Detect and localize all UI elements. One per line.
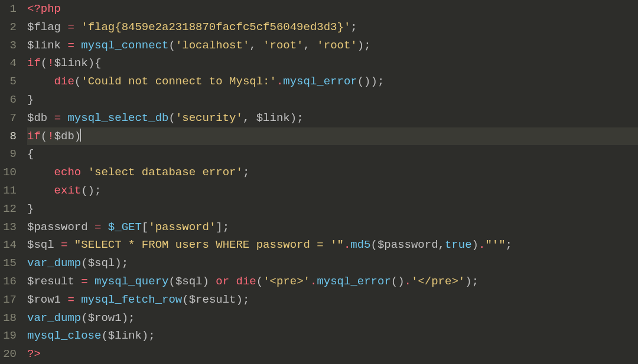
code-token [61,39,67,52]
code-token: , [249,39,263,52]
code-line[interactable]: { [27,145,638,163]
code-token: { [27,147,34,160]
code-token: ?> [27,347,41,360]
code-token: '<pre>' [263,275,310,288]
code-line[interactable]: var_dump($row1); [27,309,638,327]
code-token: die [236,275,256,288]
code-token: md5 [350,238,370,251]
code-token: 'root' [317,39,357,52]
code-token: ( [74,75,81,88]
code-token: ( [371,238,377,251]
code-token: 'select database error' [88,166,243,179]
line-number-gutter: 1234567891011121314151617181920 [0,0,21,364]
code-token: ); [357,39,371,52]
line-number: 3 [0,37,17,55]
line-number: 8 [0,127,17,146]
code-token: = [67,21,74,34]
code-token: $flag [27,21,61,34]
code-token: $db [27,112,47,124]
code-token: var_dump [27,311,81,324]
code-line[interactable]: die('Could not connect to Mysql:'.mysql_… [27,73,638,91]
code-token: $password [377,238,438,251]
code-line[interactable]: } [27,200,638,218]
code-line[interactable]: $sql = "SELECT * FROM users WHERE passwo… [27,236,638,254]
code-line[interactable]: $password = $_GET['password']; [27,218,638,237]
code-token: mysql_connect [81,39,168,52]
code-token: $link [54,57,88,70]
code-token: ()); [357,75,385,88]
code-token: ( [168,39,175,52]
code-token: . [405,275,411,288]
line-number: 13 [0,218,17,237]
code-token: ){ [88,57,102,70]
code-editor-area[interactable]: <?php$flag = 'flag{8459e2a2318870facfc5c… [21,0,638,364]
code-token: mysql_error [283,75,357,88]
code-token: 'Could not connect to Mysql:' [81,75,276,88]
code-token [88,275,95,288]
code-token: ( [101,329,108,342]
code-token: . [310,275,317,288]
code-token: ) [202,275,216,288]
code-token: , [438,238,445,251]
code-token: exit [54,184,82,197]
line-number: 9 [0,145,17,163]
code-line[interactable]: ?> [27,345,638,363]
code-token: $link [27,39,61,52]
code-line[interactable]: if(!$link){ [27,54,638,73]
code-token: ); [122,311,135,324]
code-line[interactable]: mysql_close($link); [27,327,638,345]
code-token: = [67,39,74,52]
code-token: if [27,57,41,70]
text-cursor [80,129,81,142]
code-line[interactable]: } [27,91,638,109]
code-token: , [304,39,317,52]
code-token: . [344,238,350,251]
code-token: true [445,238,472,251]
code-token: 'security' [175,112,243,124]
code-line[interactable]: $result = mysql_query($sql) or die('<pre… [27,273,638,291]
code-token: ( [41,130,47,143]
code-token: or [216,275,229,288]
code-token: [ [142,221,148,234]
code-token: (); [81,184,101,197]
code-token: ; [506,238,512,251]
code-token: = [67,293,74,306]
code-line[interactable]: $row1 = mysql_fetch_row($result); [27,291,638,309]
line-number: 2 [0,18,17,37]
code-line[interactable]: $flag = 'flag{8459e2a2318870facfc5cf5604… [27,18,638,37]
code-token: ! [47,130,54,143]
code-token: mysql_error [317,275,390,288]
code-token [81,166,87,179]
code-token: $link [256,112,290,124]
code-token: if [27,130,41,143]
code-line[interactable]: echo 'select database error'; [27,163,638,182]
code-token: = [61,238,67,251]
code-token: ( [182,293,188,306]
code-token: 'root' [263,39,303,52]
line-number: 10 [0,163,17,182]
code-line[interactable]: var_dump($sql); [27,254,638,273]
code-token: = [54,112,61,124]
line-number: 17 [0,291,17,309]
line-number: 19 [0,327,17,345]
code-line[interactable]: exit(); [27,182,638,200]
code-token: ( [41,57,47,70]
code-line[interactable]: if(!$db) [27,127,638,146]
code-token: mysql_fetch_row [81,293,182,306]
code-token [27,184,54,197]
code-token [47,112,54,124]
line-number: 14 [0,236,17,254]
code-token: } [27,202,34,215]
code-token [74,39,81,52]
code-token [61,112,67,124]
code-token: mysql_select_db [67,112,168,124]
code-token: "'" [485,238,505,251]
code-token: $result [189,293,236,306]
code-token: "SELECT * FROM users WHERE password = '" [74,238,344,251]
line-number: 12 [0,200,17,218]
code-line[interactable]: $link = mysql_connect('localhost', 'root… [27,37,638,55]
code-token: echo [54,166,82,179]
code-line[interactable]: <?php [27,0,638,18]
code-token: var_dump [27,257,81,270]
code-line[interactable]: $db = mysql_select_db('security', $link)… [27,109,638,127]
